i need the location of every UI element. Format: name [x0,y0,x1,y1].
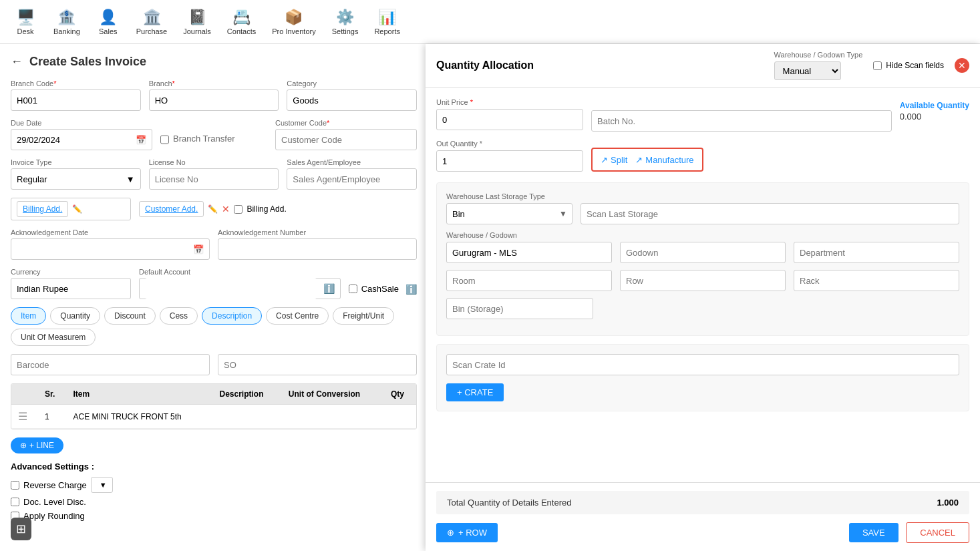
barcode-input[interactable] [11,354,210,375]
nav-reports[interactable]: 📊 Reports [366,5,408,39]
license-no-input[interactable] [149,168,279,190]
unit-price-input[interactable] [436,109,583,130]
nav-desk[interactable]: 🖥️ Desk [5,5,45,39]
add-crate-button[interactable]: + CRATE [446,383,504,401]
ws-row-1: Warehouse Last Storage Type Bin ▼ x [446,192,959,224]
scan-last-storage-input[interactable] [581,203,959,224]
line-items-table: Sr. Item Description Unit of Conversion … [11,384,416,429]
nav-pro-inventory[interactable]: 📦 Pro Inventory [264,5,323,39]
department-input[interactable] [794,242,959,263]
branch-input[interactable] [149,89,279,111]
customer-add-edit-icon[interactable]: ✏️ [208,204,218,214]
drag-handle-icon[interactable]: ☰ [18,411,27,422]
warehouse-godown-group: Warehouse / Godown [446,231,612,263]
last-storage-type-select[interactable]: Bin [446,203,573,224]
modal-header-right: Warehouse / Godown Type Manual Hide Scan… [774,51,969,80]
ws-row-3 [446,270,959,291]
ack-number-label: Acknowledgement Number [218,228,417,236]
pro-inventory-icon: 📦 [285,9,303,26]
doc-level-disc-checkbox[interactable] [11,498,19,506]
nav-banking[interactable]: 🏦 Banking [45,5,88,39]
category-input[interactable] [287,89,417,111]
ack-number-input[interactable] [218,238,417,260]
qty-cell [384,405,416,429]
cash-sale-checkbox[interactable] [349,285,357,293]
row-input[interactable] [620,270,786,291]
bottom-left-grid-icon[interactable]: ⊞ [11,518,31,540]
hide-scan-label: Hide Scan fields [873,61,944,70]
hide-scan-checkbox[interactable] [873,61,882,70]
nav-contacts[interactable]: 📇 Contacts [219,5,264,39]
scan-last-storage-group: x [581,192,959,224]
invoice-type-chevron[interactable]: ▼ [126,174,135,184]
nav-journals[interactable]: 📓 Journals [175,5,219,39]
nav-purchase[interactable]: 🏛️ Purchase [128,5,175,39]
warehouse-type-select[interactable]: Manual [774,61,841,80]
room-input[interactable] [446,270,612,291]
add-line-button[interactable]: ⊕ + LINE [11,437,63,453]
customer-add-button[interactable]: Customer Add. [139,201,204,217]
out-qty-input[interactable] [436,150,583,172]
ack-calendar-icon[interactable]: 📅 [193,244,204,254]
tab-discount[interactable]: Discount [104,307,156,325]
branch-code-input[interactable] [11,89,141,111]
category-group: Category [287,79,417,111]
batch-no-input[interactable] [591,110,892,132]
customer-add-delete-icon[interactable]: ✕ [222,204,230,214]
customer-code-input[interactable] [275,129,417,150]
cash-sale-label: CashSale [361,284,399,294]
currency-input[interactable] [11,278,131,299]
room-group [446,270,612,291]
out-qty-label: Out Quantity * [436,140,583,148]
reverse-charge-checkbox[interactable] [11,481,19,490]
advanced-settings-title: Advanced Settings : [11,462,417,472]
bin-storage-input[interactable] [446,298,593,319]
add-row-button[interactable]: ⊕ + ROW [436,523,498,542]
rack-input[interactable] [794,270,959,291]
save-button[interactable]: SAVE [849,523,899,542]
drag-handle-cell[interactable]: ☰ [11,405,38,429]
reverse-charge-label: Reverse Charge [23,480,87,490]
customer-code-label: Customer Code* [275,119,417,127]
calendar-icon[interactable]: 📅 [136,135,146,145]
tab-cess[interactable]: Cess [160,307,198,325]
reverse-charge-chevron[interactable]: ▼ [100,481,107,489]
tab-item[interactable]: Item [11,307,46,325]
cancel-button[interactable]: CANCEL [906,522,969,543]
tab-freight-unit[interactable]: Freight/Unit [333,307,394,325]
nav-sales[interactable]: 👤 Sales [88,5,128,39]
department-group: x [794,231,959,263]
so-input[interactable] [218,354,417,375]
tab-unit-of-measurement[interactable]: Unit Of Measurem [11,329,96,346]
tab-quantity[interactable]: Quantity [50,307,100,325]
back-button[interactable]: ← [11,55,23,69]
nav-settings[interactable]: ⚙️ Settings [324,5,367,39]
godown-group: x [620,231,786,263]
settings-icon: ⚙️ [336,9,354,26]
cash-sale-info-icon[interactable]: ℹ️ [405,284,417,295]
table-row: ☰ 1 ACE MINI TRUCK FRONT 5th [11,405,416,429]
row-group [620,270,786,291]
sales-agent-input[interactable] [287,168,417,190]
branch-transfer-checkbox[interactable] [160,129,169,150]
split-button[interactable]: ↗ Split [601,155,627,165]
currency-group: Currency [11,268,131,299]
ack-date-label: Acknowledgement Date [11,228,210,236]
manufacture-button[interactable]: ↗ Manufacture [635,155,693,165]
billing-add-checkbox[interactable] [234,205,242,214]
default-account-input[interactable] [145,278,317,299]
default-account-info-icon[interactable]: ℹ️ [323,283,335,294]
warehouse-input[interactable] [446,242,612,263]
tab-cost-centre[interactable]: Cost Centre [266,307,329,325]
close-modal-button[interactable]: ✕ [955,58,969,73]
invoice-type-group: Invoice Type Regular ▼ [11,158,141,190]
warehouse-type-section: Warehouse / Godown Type Manual [774,51,863,80]
scan-crate-input[interactable] [446,354,959,375]
billing-add-button[interactable]: Billing Add. [17,201,68,217]
default-account-label: Default Account [139,268,341,276]
quantity-allocation-modal: Quantity Allocation Warehouse / Godown T… [426,44,980,551]
total-qty-value: 1.000 [937,498,959,508]
godown-input[interactable] [620,242,786,263]
billing-add-edit-icon[interactable]: ✏️ [72,204,82,214]
tab-description[interactable]: Description [202,307,262,325]
